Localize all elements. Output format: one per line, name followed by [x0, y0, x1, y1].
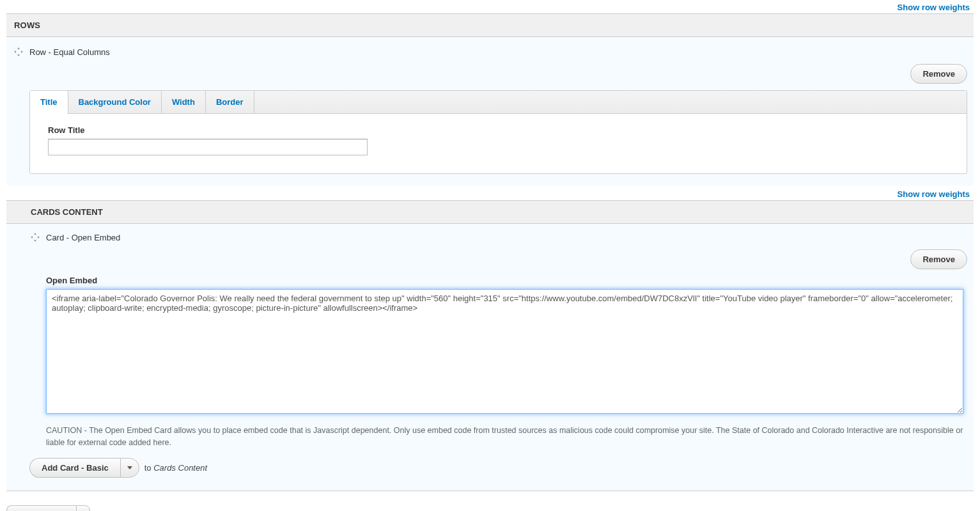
- show-row-weights-link[interactable]: Show row weights: [898, 3, 970, 12]
- show-row-weights-bar-mid: Show row weights: [6, 185, 974, 199]
- tab-border[interactable]: Border: [206, 91, 254, 113]
- tab-width[interactable]: Width: [162, 91, 206, 113]
- add-card-button[interactable]: Add Card - Basic: [29, 458, 120, 478]
- bottom-split-drop[interactable]: [76, 505, 90, 512]
- row-title-input[interactable]: [48, 139, 368, 155]
- show-row-weights-bar-top: Show row weights: [6, 0, 974, 13]
- open-embed-textarea[interactable]: <iframe aria-label="Colorado Governor Po…: [46, 289, 963, 414]
- open-embed-label: Open Embed: [46, 276, 963, 285]
- rows-section-header: ROWS: [6, 13, 974, 37]
- add-card-dropdown-button[interactable]: [120, 458, 139, 478]
- cards-section-header: CARDS CONTENT: [6, 200, 974, 224]
- row-remove-bar: Remove: [13, 64, 967, 90]
- row-label: Row - Equal Columns: [29, 47, 110, 57]
- row-item: Row - Equal Columns: [13, 43, 967, 64]
- bottom-split-button-partial: [6, 505, 90, 512]
- drag-handle-icon[interactable]: [13, 46, 24, 58]
- card-label: Card - Open Embed: [46, 233, 120, 242]
- cards-section-title: CARDS CONTENT: [31, 207, 103, 217]
- tab-background-color[interactable]: Background Color: [68, 91, 162, 113]
- row-settings-tabs: Title Background Color Width Border Row …: [29, 90, 967, 174]
- open-embed-section: Open Embed <iframe aria-label="Colorado …: [46, 276, 963, 449]
- add-card-split-button: Add Card - Basic: [29, 458, 139, 478]
- tab-title[interactable]: Title: [30, 91, 68, 113]
- drag-handle-icon[interactable]: [29, 232, 41, 243]
- bottom-split-main[interactable]: [6, 505, 76, 512]
- tabs-strip: Title Background Color Width Border: [30, 91, 967, 114]
- show-row-weights-link-mid[interactable]: Show row weights: [898, 189, 970, 199]
- add-card-to-text: to Cards Content: [144, 463, 207, 473]
- card-remove-bar: Remove: [13, 249, 967, 276]
- card-item: Card - Open Embed: [13, 232, 967, 249]
- open-embed-caution: CAUTION - The Open Embed Card allows you…: [46, 425, 963, 449]
- row-title-label: Row Title: [48, 125, 949, 135]
- remove-row-button[interactable]: Remove: [910, 64, 967, 84]
- rows-body: Row - Equal Columns Remove Title Backgro…: [6, 37, 974, 185]
- add-card-bar: Add Card - Basic to Cards Content: [13, 449, 967, 478]
- chevron-down-icon: [127, 466, 132, 469]
- tab-content-title: Row Title: [30, 114, 967, 173]
- rows-section-title: ROWS: [14, 20, 40, 30]
- remove-card-button[interactable]: Remove: [910, 249, 967, 269]
- cards-body: Card - Open Embed Remove Open Embed <ifr…: [6, 224, 974, 491]
